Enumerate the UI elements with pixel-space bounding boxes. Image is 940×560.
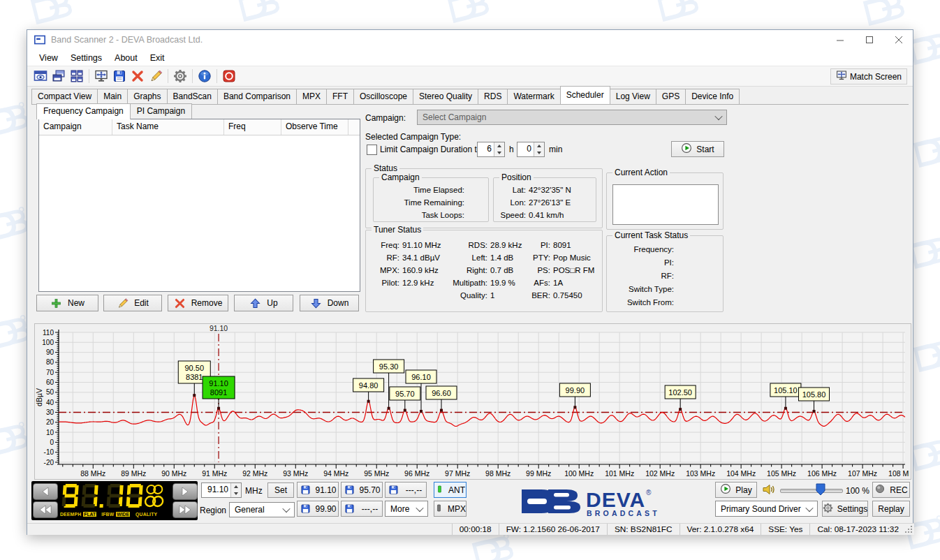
start-button[interactable]: Start (671, 141, 724, 157)
toolbar-edit-button[interactable] (147, 68, 165, 84)
title-bar[interactable]: Band Scanner 2 - DEVA Broadcast Ltd. (27, 30, 913, 50)
tuner-label: Pilot: (370, 279, 402, 287)
column-header-freq[interactable]: Freq (224, 119, 281, 135)
station-marker[interactable]: 96.60 (426, 386, 457, 399)
tab-mpx[interactable]: MPX (296, 89, 327, 104)
tab-fft[interactable]: FFT (326, 89, 354, 104)
menu-item-about[interactable]: About (108, 51, 144, 65)
tab-log-view[interactable]: Log View (610, 89, 656, 104)
maximize-button[interactable] (855, 30, 883, 50)
tune-up-button[interactable] (172, 483, 198, 500)
minutes-stepper[interactable]: 0 (517, 142, 545, 157)
toolbar-delete-button[interactable] (128, 68, 147, 84)
preset-button-4[interactable]: 99.90 (297, 501, 339, 517)
svg-text:90 MHz: 90 MHz (161, 469, 186, 478)
current-action-box (612, 184, 719, 225)
ant-toggle-button[interactable]: ANT (434, 482, 467, 498)
toolbar-save-button[interactable] (110, 68, 128, 84)
edit-button[interactable]: Edit (103, 295, 162, 311)
mpx-toggle-button[interactable]: MPX (434, 501, 467, 517)
region-select[interactable]: General (229, 502, 295, 517)
tab-rds[interactable]: RDS (478, 89, 508, 104)
column-header-campaign[interactable]: Campaign (39, 119, 112, 135)
station-marker[interactable]: 102.50 (665, 385, 696, 399)
current-action-legend: Current Action (612, 168, 670, 177)
seek-up-button[interactable] (172, 501, 198, 518)
minimize-button[interactable] (826, 30, 854, 50)
tab-oscilloscope[interactable]: Oscilloscope (353, 89, 413, 104)
tab-watermark[interactable]: Watermark (507, 89, 560, 104)
toolbar-settings-button[interactable] (171, 68, 189, 84)
toolbar-info-button[interactable] (196, 68, 214, 84)
position-row-value: 27°26'13" E (529, 198, 571, 207)
tab-gps[interactable]: GPS (656, 89, 686, 104)
tab-bandscan[interactable]: BandScan (167, 89, 218, 104)
subtab-pi-campaign[interactable]: PI Campaign (130, 103, 192, 119)
close-button[interactable] (885, 30, 913, 50)
tuner-value: 0.75450 (553, 291, 601, 300)
toolbar-preview-button[interactable] (31, 68, 50, 84)
menu-item-view[interactable]: View (33, 51, 64, 65)
tab-graphs[interactable]: Graphs (127, 89, 167, 104)
svg-text:105 MHz: 105 MHz (767, 469, 796, 478)
frequency-spin-buttons[interactable] (230, 483, 241, 497)
station-marker[interactable]: 105.10 (770, 383, 801, 397)
station-marker[interactable]: 99.90 (559, 383, 590, 397)
tab-scheduler[interactable]: Scheduler (560, 86, 610, 104)
tab-main[interactable]: Main (97, 89, 128, 104)
column-header-task-name[interactable]: Task Name (112, 119, 224, 135)
hours-spin-buttons[interactable] (494, 142, 504, 156)
replay-button[interactable]: Replay (872, 501, 910, 517)
tuner-value: POS□R FM (553, 266, 601, 274)
spectrum-chart-panel[interactable]: -20-100102030405060708090100110dBµV88 MH… (34, 323, 911, 480)
preset-button-5[interactable]: ---,-- (341, 501, 383, 517)
play-button[interactable]: Play (715, 482, 757, 498)
station-marker[interactable]: 95.30 (374, 360, 404, 373)
tab-device-info[interactable]: Device Info (685, 89, 740, 104)
station-marker[interactable]: 96.10 (406, 370, 436, 383)
new-button[interactable]: New (36, 295, 98, 311)
tab-band-comparison[interactable]: Band Comparison (217, 89, 297, 104)
station-marker[interactable]: 95.70 (390, 387, 420, 400)
station-marker[interactable]: 94.80 (353, 378, 384, 392)
set-frequency-button[interactable]: Set (267, 482, 294, 498)
volume-slider-track[interactable] (780, 489, 843, 493)
minutes-spin-buttons[interactable] (534, 142, 544, 156)
tab-stereo-quality[interactable]: Stereo Quality (413, 89, 478, 104)
play-circle-icon (681, 142, 692, 154)
seek-down-button[interactable] (33, 501, 58, 518)
svg-text:91 MHz: 91 MHz (202, 469, 227, 478)
sound-driver-select[interactable]: Primary Sound Driver (715, 501, 818, 517)
toolbar-cascade-windows-button[interactable] (50, 68, 68, 84)
toolbar-power-button[interactable] (220, 68, 238, 84)
preset-button-2[interactable]: 95.70 (341, 482, 383, 498)
task-list[interactable]: CampaignTask NameFreqObserve Time (38, 119, 360, 292)
hours-stepper[interactable]: 6 (477, 142, 505, 157)
subtab-frequency-campaign[interactable]: Frequency Campaign (36, 103, 131, 119)
toolbar-match-screen-button[interactable] (92, 68, 110, 84)
preset-button-1[interactable]: 91.10 (297, 482, 339, 498)
column-header-observe-time[interactable]: Observe Time (281, 119, 348, 135)
station-marker[interactable]: 105.80 (799, 388, 830, 401)
frequency-stepper[interactable]: 91.10 (201, 482, 242, 498)
menu-item-settings[interactable]: Settings (64, 51, 108, 65)
match-screen-button[interactable]: Match Screen (830, 68, 907, 84)
campaign-select[interactable]: Select Campaign (417, 110, 727, 125)
settings-button[interactable]: Settings (822, 501, 868, 517)
tune-down-button[interactable] (33, 483, 58, 500)
svg-text:92 MHz: 92 MHz (242, 469, 267, 478)
tab-compact-view[interactable]: Compact View (31, 89, 98, 104)
volume-slider-thumb[interactable] (815, 482, 826, 496)
down-button[interactable]: Down (300, 295, 359, 311)
up-button[interactable]: Up (234, 295, 293, 311)
remove-button[interactable]: Remove (168, 295, 228, 311)
rec-button[interactable]: REC (872, 482, 910, 498)
svg-text:96.10: 96.10 (411, 373, 431, 381)
limit-duration-checkbox[interactable] (367, 145, 377, 155)
toolbar-tile-windows-button[interactable] (68, 68, 86, 84)
mpx-button-label: MPX (448, 504, 466, 514)
more-presets-select[interactable]: More (385, 501, 428, 517)
selected-station-marker[interactable]: 91.108091 (203, 376, 235, 399)
menu-item-exit[interactable]: Exit (144, 51, 171, 65)
preset-button-3[interactable]: ---,-- (385, 482, 427, 498)
